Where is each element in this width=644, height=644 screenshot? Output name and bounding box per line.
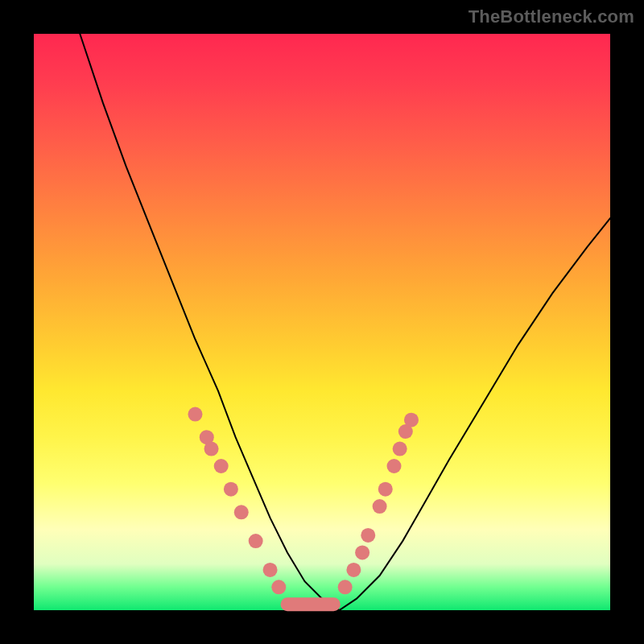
marker-right-5 bbox=[378, 482, 393, 497]
marker-right-7 bbox=[393, 442, 407, 456]
marker-left-6 bbox=[249, 534, 263, 548]
marker-left-3 bbox=[214, 459, 229, 473]
marker-left-0 bbox=[188, 407, 202, 422]
marker-right-2 bbox=[355, 545, 369, 559]
plot-area bbox=[34, 34, 610, 610]
marker-left-5 bbox=[234, 505, 249, 519]
plot-svg bbox=[34, 34, 610, 610]
marker-right-9 bbox=[404, 413, 419, 427]
marker-right-3 bbox=[361, 528, 375, 543]
chart-stage: TheBottleneck.com bbox=[0, 0, 644, 644]
marker-right-6 bbox=[387, 459, 402, 473]
marker-right-1 bbox=[346, 563, 361, 577]
marker-left-4 bbox=[224, 482, 238, 497]
marker-left-2 bbox=[204, 442, 219, 456]
bottleneck-curve bbox=[80, 34, 610, 610]
marker-left-7 bbox=[263, 563, 278, 577]
watermark-text: TheBottleneck.com bbox=[469, 6, 634, 27]
marker-left-8 bbox=[271, 580, 286, 594]
marker-right-0 bbox=[338, 580, 353, 594]
marker-right-4 bbox=[373, 499, 387, 514]
